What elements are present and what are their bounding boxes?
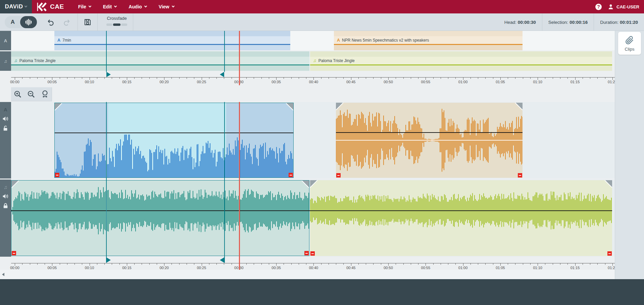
clip-start-marker[interactable] xyxy=(336,173,341,177)
selection-end-line[interactable] xyxy=(224,31,225,72)
playhead-line[interactable] xyxy=(239,102,240,270)
selection-start-line[interactable] xyxy=(106,102,107,263)
major-tick xyxy=(127,78,127,80)
menu-file[interactable]: File xyxy=(73,0,96,13)
track-music-lane[interactable] xyxy=(11,180,615,257)
clip-start-marker[interactable] xyxy=(55,173,59,177)
selection-end-line[interactable] xyxy=(224,102,225,263)
overview-clip-jingle-2[interactable]: ♫Paloma Triste Jingle xyxy=(310,51,612,71)
fade-out-handle[interactable] xyxy=(605,180,612,188)
redo-button[interactable] xyxy=(62,18,70,26)
overview-clip-npr-news[interactable]: ANPR News 5min Speechmatics v2 with spea… xyxy=(334,31,523,50)
minor-tick xyxy=(418,78,418,79)
time-status-bar: Head:00:00:30 Selection:00:00:16 Duratio… xyxy=(498,13,644,31)
volume-envelope-line[interactable] xyxy=(336,132,523,133)
clip-start-marker[interactable] xyxy=(12,251,16,255)
top-menu-bar: DAViD CAE File Edit Audio View ? CAE-USE… xyxy=(0,0,644,13)
fade-in-handle[interactable] xyxy=(336,103,343,110)
track-a-lane[interactable] xyxy=(11,102,615,179)
david-logo-menu[interactable]: DAViD xyxy=(0,0,32,13)
volume-envelope-line[interactable] xyxy=(11,210,612,211)
clip-7min[interactable] xyxy=(54,103,294,178)
crossfade-slider[interactable] xyxy=(106,23,127,26)
clip-end-marker[interactable] xyxy=(518,173,522,177)
major-tick xyxy=(164,263,164,266)
minor-tick xyxy=(45,78,45,79)
minor-tick xyxy=(441,78,441,79)
speaker-icon[interactable] xyxy=(2,116,9,122)
zoom-out-button[interactable] xyxy=(27,90,36,99)
fade-in-handle[interactable] xyxy=(310,180,317,188)
zoom-fit-selection-button[interactable] xyxy=(41,90,49,99)
clip-jingle-2[interactable] xyxy=(310,180,612,256)
horizontal-scrollbar[interactable] xyxy=(0,270,615,279)
minor-tick xyxy=(343,263,344,265)
crossfade-control[interactable]: Crossfade xyxy=(103,16,130,26)
minor-tick xyxy=(97,263,97,265)
minor-tick xyxy=(508,78,508,79)
overview-lane-music[interactable]: ♫Paloma Triste Jingle ♫Paloma Triste Jin… xyxy=(11,51,615,71)
clip-end-marker[interactable] xyxy=(304,251,309,255)
fade-in-handle[interactable] xyxy=(11,181,19,188)
minor-tick xyxy=(329,263,329,265)
minor-tick xyxy=(396,263,396,265)
major-tick xyxy=(500,78,501,80)
lock-icon[interactable] xyxy=(3,203,8,209)
selection-end-marker[interactable] xyxy=(220,257,224,263)
menu-edit[interactable]: Edit xyxy=(98,0,121,13)
menu-group: File Edit Audio View xyxy=(73,0,179,13)
clip-start-marker[interactable] xyxy=(310,251,315,256)
unlock-icon[interactable] xyxy=(3,125,8,131)
overview-lane-a[interactable]: A7min ANPR News 5min Speechmatics v2 wit… xyxy=(11,31,615,50)
scroll-left-arrow[interactable] xyxy=(2,273,4,276)
minor-tick xyxy=(60,78,60,79)
user-menu[interactable]: CAE-USER xyxy=(608,4,639,10)
minor-tick xyxy=(254,78,254,79)
overview-clip-7min[interactable]: A7min xyxy=(54,31,290,50)
undo-button[interactable] xyxy=(47,18,55,26)
clip-end-marker[interactable] xyxy=(607,251,612,256)
minor-tick xyxy=(553,263,553,265)
fade-out-handle[interactable] xyxy=(302,181,309,188)
timeline-overview: A A7min ANPR News 5min Speechmatics v2 w… xyxy=(0,31,615,87)
waveform-centerline xyxy=(336,140,523,141)
clip-npr-news[interactable] xyxy=(336,103,523,178)
minor-tick xyxy=(336,78,336,79)
selection-start-line[interactable] xyxy=(106,31,107,72)
menu-view[interactable]: View xyxy=(154,0,179,13)
time-label: 00:40 xyxy=(309,80,318,84)
save-button[interactable] xyxy=(84,18,92,26)
volume-envelope-line[interactable] xyxy=(55,133,294,133)
minor-tick xyxy=(530,78,531,79)
clip-end-marker[interactable] xyxy=(289,173,293,177)
time-label: 01:15 xyxy=(571,266,580,270)
toolbar-separator xyxy=(133,13,133,31)
playhead-line[interactable] xyxy=(239,31,240,85)
major-tick xyxy=(313,78,314,80)
chevron-down-icon xyxy=(171,5,174,7)
head-time: Head:00:00:30 xyxy=(498,20,542,25)
fade-out-handle[interactable] xyxy=(286,103,293,110)
zoom-in-button[interactable] xyxy=(13,90,22,99)
redo-icon xyxy=(62,18,70,26)
clip-jingle-1[interactable] xyxy=(11,180,309,256)
selection-end-marker[interactable] xyxy=(220,72,224,77)
overview-clip-jingle-1[interactable]: ♫Paloma Triste Jingle xyxy=(11,51,309,71)
major-tick xyxy=(575,263,576,266)
minor-tick xyxy=(605,263,605,265)
help-icon[interactable]: ? xyxy=(595,4,602,10)
overview-ruler[interactable]: 00:0000:0500:1000:1500:2000:2500:3000:35… xyxy=(0,72,615,87)
fade-out-handle[interactable] xyxy=(515,103,523,110)
text-mode-button[interactable]: A xyxy=(5,16,21,28)
fade-in-handle[interactable] xyxy=(55,103,62,110)
selection-start-marker[interactable] xyxy=(106,257,111,263)
minor-tick xyxy=(306,78,306,79)
clips-panel-button[interactable]: Clips xyxy=(618,32,641,55)
waveform-mode-button[interactable] xyxy=(20,16,37,28)
menu-audio[interactable]: Audio xyxy=(124,0,151,13)
speaker-icon[interactable] xyxy=(2,193,9,199)
selection-start-marker[interactable] xyxy=(106,72,111,77)
minor-tick xyxy=(75,263,75,265)
minor-tick xyxy=(37,78,38,79)
minor-tick xyxy=(403,78,404,79)
